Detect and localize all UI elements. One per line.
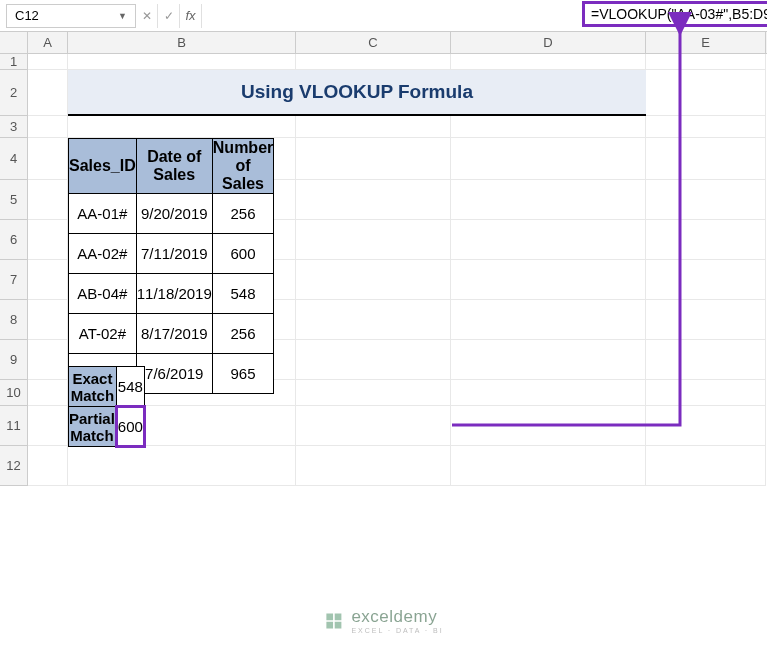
cell[interactable]	[646, 54, 766, 70]
cell[interactable]	[296, 138, 451, 180]
partial-match-value[interactable]: 600	[116, 407, 144, 447]
cell-date[interactable]: 7/6/2019	[136, 354, 212, 394]
cell[interactable]	[646, 180, 766, 220]
cell[interactable]	[646, 340, 766, 380]
name-box[interactable]: C12 ▼	[6, 4, 136, 28]
table-row: AA-02#7/11/2019600	[69, 234, 274, 274]
cell[interactable]	[296, 340, 451, 380]
row-header-2[interactable]: 2	[0, 70, 28, 116]
row-header-8[interactable]: 8	[0, 300, 28, 340]
cell[interactable]	[451, 260, 646, 300]
cell[interactable]	[296, 54, 451, 70]
cell[interactable]	[28, 138, 68, 180]
select-all-corner[interactable]	[0, 32, 28, 53]
partial-match-label[interactable]: Partial Match	[69, 407, 117, 447]
cell[interactable]	[451, 138, 646, 180]
row-header-6[interactable]: 6	[0, 220, 28, 260]
cell[interactable]	[646, 380, 766, 406]
cell-num[interactable]: 256	[212, 314, 273, 354]
row-header-9[interactable]: 9	[0, 340, 28, 380]
cell[interactable]	[646, 406, 766, 446]
cell[interactable]	[451, 300, 646, 340]
row-header-1[interactable]: 1	[0, 54, 28, 70]
column-headers: A B C D E	[0, 32, 767, 54]
th-date[interactable]: Date of Sales	[136, 139, 212, 194]
cell[interactable]	[296, 406, 451, 446]
cell[interactable]	[451, 406, 646, 446]
cell[interactable]	[646, 300, 766, 340]
cell[interactable]	[296, 446, 451, 486]
name-box-value: C12	[15, 8, 39, 23]
cell-num[interactable]: 548	[212, 274, 273, 314]
row-header-7[interactable]: 7	[0, 260, 28, 300]
cell[interactable]	[296, 180, 451, 220]
cell[interactable]	[28, 180, 68, 220]
th-sales-id[interactable]: Sales_ID	[69, 139, 137, 194]
row-header-4[interactable]: 4	[0, 138, 28, 180]
cell-date[interactable]: 8/17/2019	[136, 314, 212, 354]
cell[interactable]	[28, 340, 68, 380]
cell[interactable]	[451, 116, 646, 138]
cancel-button[interactable]: ✕	[136, 4, 158, 28]
cell[interactable]	[28, 54, 68, 70]
exact-match-value[interactable]: 548	[116, 367, 144, 407]
cell[interactable]	[28, 380, 68, 406]
formula-text: =VLOOKUP("AA-03#",B5:D9,3,TRUE)	[591, 6, 767, 22]
fx-button[interactable]: fx	[180, 4, 202, 28]
cell-date[interactable]: 9/20/2019	[136, 194, 212, 234]
cell[interactable]	[28, 406, 68, 446]
cell[interactable]	[296, 220, 451, 260]
cell[interactable]	[451, 340, 646, 380]
cell-date[interactable]: 11/18/2019	[136, 274, 212, 314]
cell[interactable]	[451, 380, 646, 406]
th-number[interactable]: Number of Sales	[212, 139, 273, 194]
cell-id[interactable]: AT-02#	[69, 314, 137, 354]
enter-button[interactable]: ✓	[158, 4, 180, 28]
formula-bar: C12 ▼ ✕ ✓ fx =VLOOKUP("AA-03#",B5:D9,3,T…	[0, 0, 767, 32]
cell[interactable]	[646, 116, 766, 138]
cell[interactable]	[68, 446, 296, 486]
cell[interactable]	[296, 260, 451, 300]
cell[interactable]	[451, 220, 646, 260]
col-header-d[interactable]: D	[451, 32, 646, 53]
cell[interactable]	[68, 54, 296, 70]
cell[interactable]	[68, 116, 296, 138]
cell-num[interactable]: 256	[212, 194, 273, 234]
cell-id[interactable]: AB-04#	[69, 274, 137, 314]
cell[interactable]	[451, 446, 646, 486]
cell-id[interactable]: AA-02#	[69, 234, 137, 274]
cell[interactable]	[28, 70, 68, 116]
row-header-12[interactable]: 12	[0, 446, 28, 486]
cell[interactable]	[646, 446, 766, 486]
row-header-5[interactable]: 5	[0, 180, 28, 220]
cell[interactable]	[28, 300, 68, 340]
cell[interactable]	[646, 260, 766, 300]
cell[interactable]	[646, 220, 766, 260]
col-header-b[interactable]: B	[68, 32, 296, 53]
cell-num[interactable]: 600	[212, 234, 273, 274]
cell[interactable]	[296, 380, 451, 406]
col-header-a[interactable]: A	[28, 32, 68, 53]
exact-match-label[interactable]: Exact Match	[69, 367, 117, 407]
cell[interactable]	[28, 260, 68, 300]
cell[interactable]	[28, 116, 68, 138]
row-header-10[interactable]: 10	[0, 380, 28, 406]
cell[interactable]	[28, 446, 68, 486]
name-box-dropdown-icon[interactable]: ▼	[118, 11, 127, 21]
cell[interactable]	[296, 116, 451, 138]
row-header-3[interactable]: 3	[0, 116, 28, 138]
cell[interactable]	[646, 138, 766, 180]
cell[interactable]	[451, 180, 646, 220]
table-row: AB-04#11/18/2019548	[69, 274, 274, 314]
cell[interactable]	[28, 220, 68, 260]
cell[interactable]	[296, 300, 451, 340]
col-header-c[interactable]: C	[296, 32, 451, 53]
col-header-e[interactable]: E	[646, 32, 766, 53]
cell-num[interactable]: 965	[212, 354, 273, 394]
row-header-11[interactable]: 11	[0, 406, 28, 446]
cell[interactable]	[646, 70, 766, 116]
cell-date[interactable]: 7/11/2019	[136, 234, 212, 274]
cell[interactable]	[451, 54, 646, 70]
cell-id[interactable]: AA-01#	[69, 194, 137, 234]
formula-input[interactable]: =VLOOKUP("AA-03#",B5:D9,3,TRUE)	[202, 0, 767, 31]
